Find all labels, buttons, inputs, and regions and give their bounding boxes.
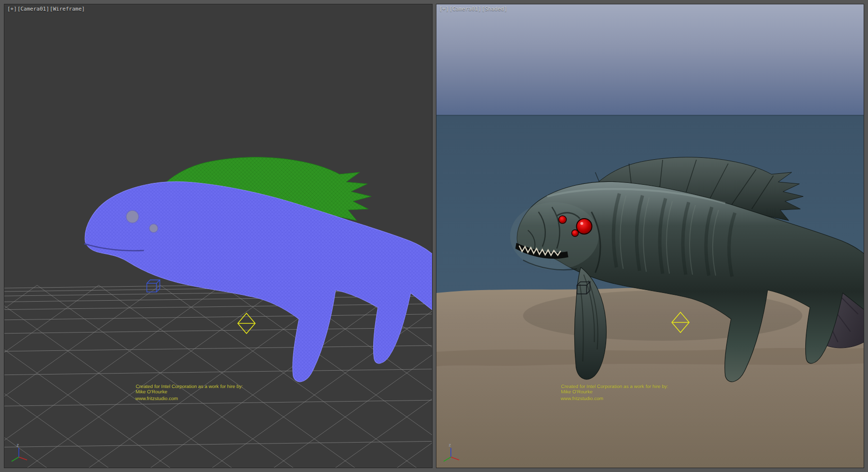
axis-y-line (444, 457, 451, 461)
scene-credit-text: Created for Intel Corporation as a work … (135, 384, 243, 401)
viewport-label: [+][Camera01][Shaded] (439, 6, 508, 12)
credit-line-2: Mike O'Rourke (136, 389, 243, 394)
dummy-diamond-helper[interactable] (672, 312, 689, 333)
credit-line-2: Mike O'Rourke (560, 389, 668, 394)
axis-tripod: z (9, 441, 30, 464)
viewport-menu-shading[interactable]: [Wireframe] (50, 6, 85, 12)
axis-z-label: z (448, 443, 451, 447)
viewport-area: z Created for Intel Corporation as a wor… (0, 0, 868, 472)
axis-x-line (451, 457, 459, 460)
viewport-menu-general[interactable]: [+] (439, 6, 449, 12)
axis-x-line (19, 457, 27, 460)
viewport-menu-general[interactable]: [+] (7, 6, 17, 12)
viewport-menu-camera[interactable]: [Camera01] (17, 6, 49, 12)
viewport-menu-shading[interactable]: [Shaded] (482, 6, 507, 12)
credit-line-1: Created for Intel Corporation as a work … (561, 384, 668, 389)
box-helper[interactable] (577, 282, 590, 294)
credit-line-3: www.fritzstudio.com (560, 396, 668, 401)
viewport-wireframe[interactable]: z Created for Intel Corporation as a wor… (4, 4, 433, 468)
credit-line-1: Created for Intel Corporation as a work … (136, 384, 243, 389)
dummy-diamond-helper[interactable] (238, 313, 255, 333)
axis-tripod: z (441, 441, 462, 464)
viewport-menu-camera[interactable]: [Camera01] (449, 6, 481, 12)
box-helper[interactable] (147, 280, 160, 292)
viewport-shaded[interactable]: z Created for Intel Corporation as a wor… (436, 4, 865, 468)
axis-z-label: z (16, 443, 19, 447)
scene-credit-text: Created for Intel Corporation as a work … (560, 384, 668, 401)
credit-line-3: www.fritzstudio.com (135, 396, 243, 401)
viewport-label: [+][Camera01][Wireframe] (7, 6, 85, 12)
axis-y-line (12, 457, 19, 461)
